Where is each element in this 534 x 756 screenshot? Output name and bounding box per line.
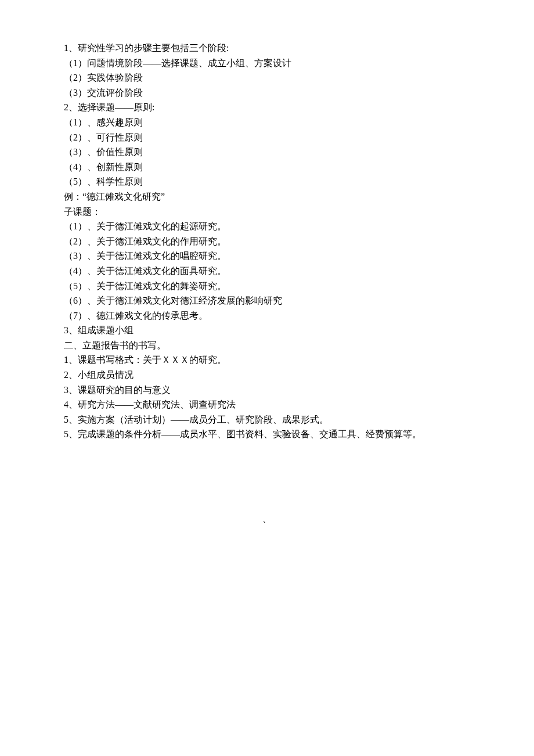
text-line: （2）、可行性原则 <box>64 130 470 145</box>
text-line: （2）实践体验阶段 <box>64 70 470 85</box>
text-line: （5）、关于德江傩戏文化的舞姿研究。 <box>64 279 470 294</box>
text-line: 子课题： <box>64 204 470 219</box>
text-line: 1、研究性学习的步骤主要包括三个阶段: <box>64 41 470 56</box>
text-line: （5）、科学性原则 <box>64 174 470 189</box>
text-line: （3）、价值性原则 <box>64 145 470 160</box>
text-line: （6）、关于德江傩戏文化对德江经济发展的影响研究 <box>64 293 470 308</box>
text-line: 5、实施方案（活动计划）——成员分工、研究阶段、成果形式。 <box>64 412 470 427</box>
text-line: 例：“德江傩戏文化研究” <box>64 189 470 204</box>
text-line: 3、课题研究的目的与意义 <box>64 383 470 398</box>
text-line: 3、组成课题小组 <box>64 323 470 338</box>
text-line: 2、小组成员情况 <box>64 368 470 383</box>
text-line: 1、课题书写格式：关于ＸＸＸ的研究。 <box>64 352 470 368</box>
text-line: （1）问题情境阶段——选择课题、成立小组、方案设计 <box>64 56 470 71</box>
document-body: 1、研究性学习的步骤主要包括三个阶段: （1）问题情境阶段——选择课题、成立小组… <box>64 41 470 527</box>
text-line: （1）、感兴趣原则 <box>64 115 470 130</box>
text-line: （3）、关于德江傩戏文化的唱腔研究。 <box>64 249 470 264</box>
text-line: 二、立题报告书的书写。 <box>64 338 470 353</box>
text-line: 5、完成课题的条件分析——成员水平、图书资料、实验设备、交通工具、经费预算等。 <box>64 427 470 442</box>
text-line: 4、研究方法——文献研究法、调查研究法 <box>64 397 470 412</box>
text-line: （2）、关于德江傩戏文化的作用研究。 <box>64 234 470 249</box>
text-line: （4）、创新性原则 <box>64 160 470 175</box>
text-line: 2、选择课题——原则: <box>64 100 470 115</box>
text-line: （1）、关于德江傩戏文化的起源研究。 <box>64 219 470 234</box>
text-line: （7）、德江傩戏文化的传承思考。 <box>64 308 470 323</box>
text-line: （3）交流评价阶段 <box>64 85 470 100</box>
text-line: （4）、关于德江傩戏文化的面具研究。 <box>64 264 470 279</box>
stray-mark: 、 <box>64 512 470 527</box>
